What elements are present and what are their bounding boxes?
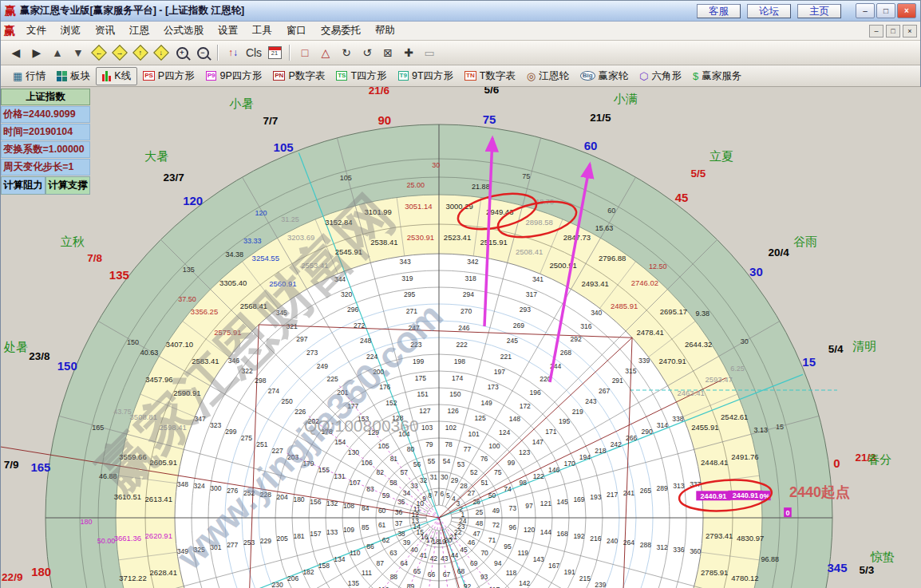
view-9P四方形[interactable]: P99P四方形: [200, 68, 268, 85]
svg-text:69: 69: [470, 559, 478, 567]
xbox-tool-button[interactable]: ⊠: [378, 44, 397, 62]
zoom-out-icon: −: [197, 47, 209, 59]
mdi-minimize-button[interactable]: –: [869, 25, 883, 37]
view-六角形[interactable]: ⬡六角形: [634, 68, 687, 85]
svg-text:133: 133: [326, 528, 338, 536]
svg-text:2523.41: 2523.41: [444, 233, 471, 242]
svg-text:320: 320: [341, 290, 352, 298]
svg-text:23/8: 23/8: [29, 350, 50, 362]
view-P数字表[interactable]: PNP数字表: [267, 68, 330, 85]
menu-公式选股[interactable]: 公式选股: [156, 22, 211, 39]
view-江恩轮[interactable]: ◎江恩轮: [521, 68, 575, 85]
menu-设置[interactable]: 设置: [211, 22, 245, 39]
updown-arrows-button[interactable]: ↑↓: [223, 44, 243, 62]
mdi-maximize-button[interactable]: □: [886, 25, 900, 37]
quick-link-0[interactable]: 客服: [697, 4, 741, 18]
svg-text:191: 191: [563, 568, 575, 576]
triangle-tool-button[interactable]: △: [316, 44, 335, 62]
svg-text:3051.14: 3051.14: [405, 202, 432, 211]
svg-text:54: 54: [443, 457, 451, 465]
view-T四方形[interactable]: TST四方形: [330, 68, 392, 85]
svg-text:2515.91: 2515.91: [480, 238, 507, 247]
down-triangle-button[interactable]: ▼: [69, 44, 88, 62]
svg-text:324: 324: [193, 482, 204, 490]
rotate-cw-button[interactable]: ↻: [337, 44, 356, 62]
svg-text:38: 38: [397, 530, 405, 538]
menu-资讯[interactable]: 资讯: [88, 22, 122, 39]
view-9T四方形[interactable]: T99T四方形: [393, 68, 459, 85]
prev-arrow-button[interactable]: ◀: [6, 44, 26, 62]
sep2: [289, 45, 291, 61]
screen-tool-button[interactable]: ▭: [420, 44, 439, 62]
gann-wheel-icon: ◎: [527, 71, 536, 81]
svg-text:135: 135: [109, 268, 129, 282]
up-triangle-button[interactable]: ▲: [48, 44, 67, 62]
svg-text:83: 83: [366, 485, 374, 493]
view-label-板块: 板块: [70, 69, 90, 83]
svg-text:21/5: 21/5: [590, 112, 611, 124]
menu-江恩[interactable]: 江恩: [122, 22, 156, 39]
svg-text:2620.91: 2620.91: [145, 531, 172, 540]
calendar-button[interactable]: 21: [265, 44, 284, 62]
price-row: 价格=2440.9099: [1, 106, 90, 123]
kline-icon: [102, 70, 111, 81]
mdi-close-button[interactable]: ×: [903, 25, 917, 37]
svg-text:149: 149: [481, 399, 492, 407]
svg-text:127: 127: [419, 407, 430, 415]
svg-text:43: 43: [441, 554, 449, 562]
menu-浏览[interactable]: 浏览: [53, 22, 88, 39]
view-T数字表[interactable]: TNT数字表: [459, 68, 521, 85]
diamond-right-button[interactable]: →: [110, 44, 129, 62]
square-tool-button[interactable]: □: [295, 44, 314, 62]
svg-text:32: 32: [420, 476, 428, 484]
svg-text:2796.88: 2796.88: [599, 254, 626, 262]
svg-text:0: 0: [833, 456, 840, 470]
svg-text:小暑: 小暑: [228, 97, 253, 110]
zoom-in-button[interactable]: +: [172, 44, 192, 62]
quick-link-2[interactable]: 主页: [797, 4, 841, 18]
menu-帮助[interactable]: 帮助: [368, 22, 402, 39]
svg-text:248: 248: [360, 337, 371, 345]
menu-工具[interactable]: 工具: [245, 22, 279, 39]
svg-text:343: 343: [400, 258, 411, 266]
view-赢家轮[interactable]: Big赢家轮: [575, 68, 634, 85]
view-板块[interactable]: 板块: [51, 68, 96, 85]
calc-support-button[interactable]: 计算支撑: [45, 176, 90, 195]
svg-text:62: 62: [382, 536, 390, 544]
maximize-button[interactable]: □: [876, 3, 895, 18]
minimize-button[interactable]: –: [856, 3, 875, 18]
svg-text:269: 269: [513, 322, 524, 330]
menu-交易委托[interactable]: 交易委托: [314, 22, 368, 39]
title-bar[interactable]: 赢 赢家江恩专业版[赢家服务平台] - [上证指数 江恩轮] 客服论坛主页 –□…: [1, 1, 920, 22]
svg-text:57: 57: [400, 468, 408, 476]
zoom-out-button[interactable]: −: [193, 44, 212, 62]
svg-text:85: 85: [362, 523, 370, 531]
view-K线[interactable]: K线: [96, 67, 137, 85]
view-P四方形[interactable]: PSP四方形: [137, 68, 200, 85]
diamond-left-icon: ←: [91, 45, 107, 61]
diamond-down-button[interactable]: ↓: [152, 44, 171, 62]
cls-button[interactable]: Cls: [244, 44, 263, 62]
view-行情[interactable]: ▦行情: [7, 68, 51, 85]
svg-text:42: 42: [430, 554, 438, 562]
quick-link-1[interactable]: 论坛: [747, 4, 791, 18]
svg-text:192: 192: [573, 532, 584, 540]
menu-文件[interactable]: 文件: [19, 22, 53, 39]
center-tool-button[interactable]: ✚: [399, 44, 418, 62]
service-icon: $: [693, 71, 698, 81]
diamond-left-button[interactable]: ←: [89, 44, 109, 62]
svg-text:2593.47: 2593.47: [706, 375, 733, 384]
next-arrow-button[interactable]: ▶: [27, 44, 46, 62]
view-赢家服务[interactable]: $赢家服务: [687, 68, 747, 85]
svg-text:106: 106: [361, 459, 372, 467]
gann-wheel-canvas[interactable]: 1234567891011121314151617181920212223242…: [1, 87, 921, 588]
svg-text:2793.41: 2793.41: [706, 531, 733, 540]
ts-chip-icon: TS: [336, 71, 347, 81]
svg-text:47: 47: [472, 530, 480, 538]
calc-resistance-button[interactable]: 计算阻力: [1, 176, 45, 195]
rotate-ccw-button[interactable]: ↺: [358, 44, 377, 62]
svg-text:76: 76: [480, 455, 488, 463]
diamond-up-button[interactable]: ↑: [131, 44, 150, 62]
close-button[interactable]: ×: [897, 3, 916, 18]
menu-窗口[interactable]: 窗口: [279, 22, 314, 39]
